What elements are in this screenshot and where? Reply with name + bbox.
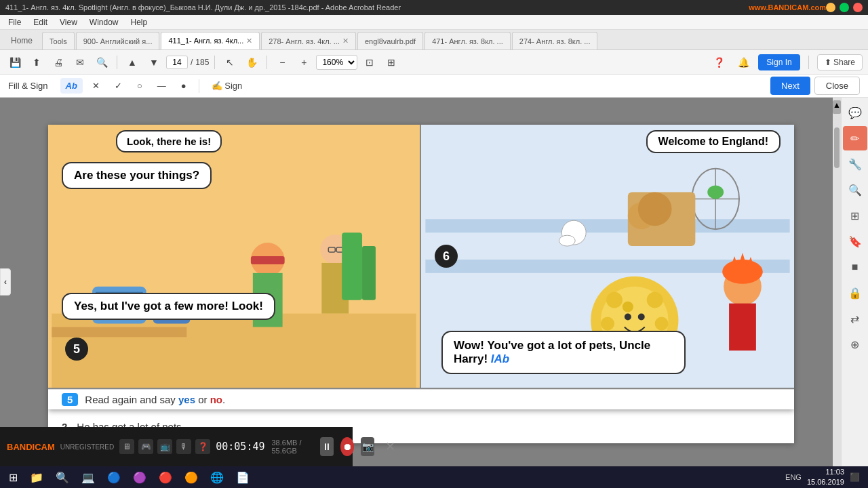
tab-close-411[interactable]: ✕ <box>246 37 252 45</box>
menu-file[interactable]: File <box>3 16 26 28</box>
sidebar-icon-export[interactable]: ⇄ <box>843 306 867 331</box>
menu-help[interactable]: Help <box>125 16 153 28</box>
zoom-in-button[interactable]: + <box>294 53 313 72</box>
menu-window[interactable]: Window <box>84 16 124 28</box>
close-window-button[interactable] <box>853 3 863 12</box>
start-button[interactable]: ⊞ <box>3 467 23 487</box>
toolbar-sep-3 <box>267 56 267 69</box>
sidebar-icon-bookmarks[interactable]: 🔖 <box>843 229 867 253</box>
svg-rect-16 <box>425 219 789 232</box>
next-button[interactable]: Next <box>770 77 810 95</box>
svg-point-36 <box>647 292 663 308</box>
upload-button[interactable]: ⬆ <box>27 53 46 72</box>
zoom-select[interactable]: 160% 100% 75% 50% <box>316 55 357 70</box>
bandicam-screenshot-button[interactable]: 📷 <box>361 437 374 456</box>
tab-274[interactable]: 274- Англ. яз. 8кл. ... <box>512 32 598 49</box>
sign-in-button[interactable]: Sign In <box>758 54 800 70</box>
sidebar-icon-redact[interactable]: ■ <box>843 255 867 279</box>
panel-number-6: 6 <box>435 245 458 268</box>
sidebar-icon-tools[interactable]: 🔧 <box>843 152 867 176</box>
fit-page-button[interactable]: ⊡ <box>360 53 379 72</box>
pdf-scrollbar[interactable]: ▲ <box>833 98 841 466</box>
bandicam-icon-gamepad[interactable]: 🎮 <box>138 439 153 454</box>
taskbar-app-vscode[interactable]: 🔵 <box>102 468 126 487</box>
close-fill-sign-button[interactable]: Close <box>814 77 860 95</box>
sign-button[interactable]: ✍ Sign <box>206 78 248 94</box>
bandicam-timer: 00:05:49 <box>216 441 264 453</box>
taskbar-app-idea[interactable]: 🔴 <box>153 468 178 487</box>
email-button[interactable]: ✉ <box>71 53 90 72</box>
fill-sign-sep <box>199 79 199 93</box>
bandicam-controls: 00:05:49 38.6MB / 55.6GB ⏸ ⏺ 📷 ✕ <box>216 437 395 456</box>
page-number-input[interactable] <box>166 56 188 69</box>
dot-tool-button[interactable]: ● <box>176 78 192 94</box>
taskbar-app-cortana[interactable]: 🔍 <box>50 468 75 487</box>
tab-close-278[interactable]: ✕ <box>342 37 349 45</box>
tab-411[interactable]: 411_1- Англ. яз. 4кл... ✕ <box>161 32 260 49</box>
bubble-wow: Wow! You've got a lot of pets, Uncle Har… <box>441 331 686 374</box>
svg-rect-32 <box>729 304 756 351</box>
fill-sign-bar: Fill & Sign Ab ✕ ✓ ○ — ● ✍ Sign Next Clo… <box>0 75 868 98</box>
bubble-are-these: Are these your things? <box>62 162 212 189</box>
sidebar-icon-comments[interactable]: 💬 <box>843 100 867 125</box>
taskbar-right: ENG 11:03 15.06.2019 ⬛ <box>785 467 865 488</box>
taskbar-app-edge[interactable]: 💻 <box>76 468 100 487</box>
cursor-tool-button[interactable]: ↖ <box>220 53 239 72</box>
maximize-button[interactable] <box>840 3 849 12</box>
menu-edit[interactable]: Edit <box>28 16 53 28</box>
help-button[interactable]: ❓ <box>709 53 728 72</box>
tab-home[interactable]: Home <box>3 32 41 49</box>
sidebar-icon-protect[interactable]: 🔒 <box>843 281 867 305</box>
page-separator: / <box>191 58 193 67</box>
svg-point-39 <box>623 302 633 312</box>
svg-rect-7 <box>251 256 285 264</box>
tab-tools[interactable]: Tools <box>42 32 75 49</box>
left-panel-toggle[interactable]: ‹ <box>0 268 11 296</box>
menu-view[interactable]: View <box>54 16 83 28</box>
taskbar-app-bandicam[interactable]: 🟠 <box>179 468 203 487</box>
scroll-arrow-up[interactable]: ▲ <box>833 100 841 114</box>
search-button[interactable]: 🔍 <box>92 53 111 72</box>
bandicam-pause-button[interactable]: ⏸ <box>320 437 334 456</box>
taskbar-app-chrome[interactable]: 🌐 <box>205 468 229 487</box>
taskbar-app-file-explorer[interactable]: 📁 <box>24 468 49 487</box>
circle-tool-button[interactable]: ○ <box>132 78 148 94</box>
taskbar-app-acrobat[interactable]: 📄 <box>231 468 255 487</box>
page-up-button[interactable]: ▲ <box>123 53 142 72</box>
hand-tool-button[interactable]: ✋ <box>242 53 261 72</box>
marquee-zoom-button[interactable]: ⊞ <box>382 53 401 72</box>
page-down-button[interactable]: ▼ <box>144 53 163 72</box>
bandicam-icon-mic[interactable]: 🎙 <box>176 439 191 454</box>
line-tool-button[interactable]: — <box>152 78 172 94</box>
scroll-thumb[interactable] <box>834 127 840 168</box>
taskbar-notification[interactable]: ⬛ <box>850 472 860 482</box>
sidebar-icon-fillsign[interactable]: ✏ <box>843 126 867 150</box>
tab-471[interactable]: 471- Англ. яз. 8кл. ... <box>425 32 511 49</box>
zoom-out-button[interactable]: − <box>273 53 292 72</box>
notifications-button[interactable]: 🔔 <box>734 53 753 72</box>
save-button[interactable]: 💾 <box>5 53 24 72</box>
print-button[interactable]: 🖨 <box>49 53 68 72</box>
sidebar-icon-more[interactable]: ⊕ <box>843 332 867 357</box>
minimize-button[interactable] <box>826 3 835 12</box>
sidebar-icon-search[interactable]: 🔍 <box>843 178 867 202</box>
sidebar-icon-thumbnails[interactable]: ⊞ <box>843 203 867 228</box>
close-tool-button[interactable]: ✕ <box>87 78 105 94</box>
taskbar-lang: ENG <box>785 473 802 481</box>
bandicam-close-button[interactable]: ✕ <box>385 439 395 454</box>
bandicam-icon-monitor[interactable]: 🖥 <box>119 439 134 454</box>
toolbar: 💾 ⬆ 🖨 ✉ 🔍 ▲ ▼ / 185 ↖ ✋ − + 160% 100% 75… <box>0 50 868 75</box>
tab-900[interactable]: 900- Английский я... <box>76 32 160 49</box>
taskbar-app-java[interactable]: 🟣 <box>127 468 152 487</box>
tab-278[interactable]: 278- Англ. яз. 4кл. ... ✕ <box>261 32 356 49</box>
bandicam-icon-help[interactable]: ❓ <box>195 439 210 454</box>
svg-rect-12 <box>342 232 362 300</box>
text-cursor-iab: IAb <box>491 352 509 365</box>
share-button[interactable]: ⬆ Share <box>817 54 863 70</box>
bandicam-icon-tv[interactable]: 📺 <box>157 439 172 454</box>
bandicam-record-button[interactable]: ⏺ <box>340 437 354 456</box>
check-tool-button[interactable]: ✓ <box>109 78 127 94</box>
tab-engl8[interactable]: engl8vaulrb.pdf <box>357 32 423 49</box>
pdf-viewer[interactable]: Look, there he is! Are these your things… <box>0 98 833 466</box>
text-tool-button[interactable]: Ab <box>60 78 83 94</box>
